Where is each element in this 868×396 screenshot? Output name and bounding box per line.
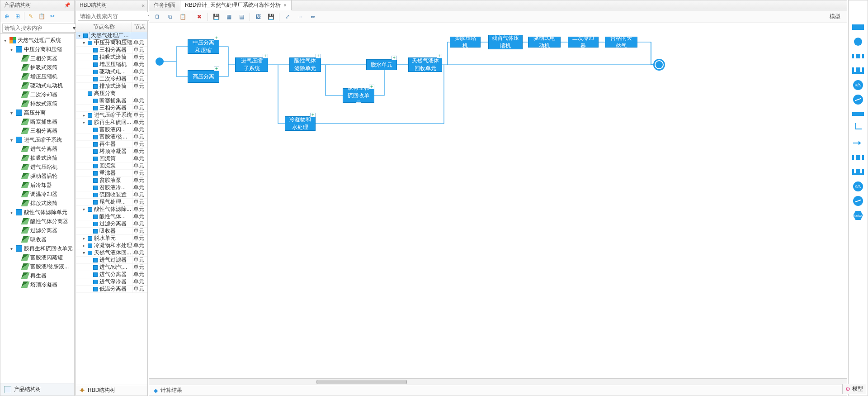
twisty-icon[interactable]: ▾ bbox=[81, 250, 86, 255]
table-row[interactable]: 排放式滚筒单元 bbox=[76, 83, 147, 90]
tree-row[interactable]: 抽吸式滚筒 bbox=[2, 63, 74, 72]
table-row[interactable]: ▾中压分离和压缩单元 bbox=[76, 39, 147, 47]
zoom-width-icon[interactable]: ↔ bbox=[296, 12, 305, 21]
tree-row[interactable]: 排放式滚筒 bbox=[2, 99, 74, 108]
table-row[interactable]: ▾天然气处理厂系... bbox=[76, 32, 147, 39]
pin-icon[interactable]: 📌 bbox=[64, 2, 71, 8]
table-row[interactable]: 富胺液/贫...单元 bbox=[76, 134, 147, 141]
table-row[interactable]: ▸冷凝物和水处理单元 bbox=[76, 242, 147, 249]
node-dehydration[interactable]: 脱水单元+ bbox=[366, 59, 397, 70]
table-row[interactable]: 再生器单元 bbox=[76, 141, 147, 148]
palette-footer[interactable]: ⚙ 模型 bbox=[842, 384, 866, 394]
node-qualified-gas[interactable]: 合格的天然气 bbox=[605, 37, 637, 48]
rbd-tree-body[interactable]: ▾天然气处理厂系...▾中压分离和压缩单元三相分离器单元抽吸式滚筒单元增压压缩机… bbox=[76, 32, 147, 385]
collapse-icon[interactable]: « bbox=[142, 2, 144, 9]
copy-icon[interactable]: ⧉ bbox=[165, 12, 175, 21]
palette-kn2[interactable]: K/N bbox=[852, 182, 864, 191]
layers-icon[interactable]: ▤ bbox=[237, 12, 246, 21]
expand-plus-icon[interactable]: + bbox=[392, 56, 397, 60]
table-row[interactable]: 进气过滤器单元 bbox=[76, 257, 147, 264]
tab-task-profile[interactable]: 任务剖面 bbox=[149, 0, 180, 10]
tree-row[interactable]: 驱动式电动机 bbox=[2, 81, 74, 90]
palette-series2[interactable] bbox=[852, 153, 864, 162]
table-row[interactable]: 低温分离器单元 bbox=[76, 286, 147, 293]
rbd-tree-footer[interactable]: ⯌ RBD结构树 bbox=[76, 385, 147, 396]
expand-plus-icon[interactable]: + bbox=[214, 36, 219, 40]
horizontal-scrollbar[interactable] bbox=[149, 378, 847, 385]
tab-rbd-design[interactable]: RBD设计_天然气处理厂系统可靠性分析 × bbox=[180, 0, 292, 10]
palette-parallel[interactable] bbox=[852, 67, 864, 75]
paste-icon[interactable]: 📋 bbox=[178, 12, 187, 21]
twisty-icon[interactable]: ▾ bbox=[9, 110, 14, 115]
node-expander[interactable]: 膨胀压缩机 bbox=[450, 37, 481, 48]
node-inlet-compress[interactable]: 进气压缩子系统+ bbox=[235, 57, 268, 72]
node-condensate-water[interactable]: 冷凝物和水处理+ bbox=[285, 116, 316, 131]
tree-row[interactable]: 再生器 bbox=[2, 271, 74, 280]
table-row[interactable]: 尾气处理...单元 bbox=[76, 199, 147, 206]
table-row[interactable]: 吸收器单元 bbox=[76, 228, 147, 235]
export-icon[interactable]: 💾 bbox=[266, 12, 275, 21]
tree-row[interactable]: 进气分离器 bbox=[2, 144, 74, 153]
tree-row[interactable]: ▾进气压缩子系统 bbox=[2, 135, 74, 144]
tree-row[interactable]: 进气压缩机 bbox=[2, 162, 74, 172]
twisty-icon[interactable]: ▸ bbox=[81, 236, 86, 241]
palette-series[interactable] bbox=[852, 52, 864, 60]
tree-row[interactable]: 后冷却器 bbox=[2, 181, 74, 190]
tree-row[interactable]: ▾酸性气体滤除单元 bbox=[2, 208, 74, 217]
tree-row[interactable]: 吸收器 bbox=[2, 235, 74, 244]
expand-plus-icon[interactable]: + bbox=[437, 54, 442, 58]
table-row[interactable]: 酸性气体...单元 bbox=[76, 213, 147, 220]
node-drive-motor[interactable]: 驱动式电动机 bbox=[528, 37, 561, 48]
node-amine-sulfur[interactable]: 胺再生和硫回收单元+ bbox=[343, 88, 374, 103]
palette-kn[interactable]: K/N bbox=[852, 81, 864, 89]
fit-icon[interactable]: ⤢ bbox=[283, 12, 292, 21]
tree-row[interactable]: 富胺液/贫胺液... bbox=[2, 262, 74, 271]
col-header-type[interactable]: 节点 bbox=[132, 22, 147, 32]
table-row[interactable]: 贫胺液泵单元 bbox=[76, 177, 147, 184]
col-header-name[interactable]: 节点名称 bbox=[76, 22, 132, 32]
table-row[interactable]: 贫胺液冷...单元 bbox=[76, 184, 147, 191]
node-ngl-recovery[interactable]: 天然气液体回收单元+ bbox=[408, 57, 442, 72]
tree-row[interactable]: ▾天然气处理厂系统 bbox=[2, 36, 74, 45]
twisty-icon[interactable]: ▾ bbox=[2, 38, 8, 43]
delete-icon[interactable]: ✖ bbox=[195, 12, 204, 21]
twisty-icon[interactable]: ▾ bbox=[9, 138, 14, 143]
table-row[interactable]: 过滤分离器单元 bbox=[76, 220, 147, 228]
table-row[interactable]: 三相分离器单元 bbox=[76, 105, 147, 112]
save-icon[interactable]: 💾 bbox=[212, 12, 221, 21]
expand-plus-icon[interactable]: + bbox=[316, 54, 321, 58]
twisty-icon[interactable]: ▾ bbox=[9, 210, 14, 215]
table-row[interactable]: 增压压缩机单元 bbox=[76, 61, 147, 68]
add-node-icon[interactable]: ⊕ bbox=[2, 12, 11, 21]
zoom-height-icon[interactable]: ⇔ bbox=[308, 12, 317, 21]
tree-row[interactable]: 抽吸式滚筒 bbox=[2, 153, 74, 162]
tree-row[interactable]: 断塞捕集器 bbox=[2, 117, 74, 126]
expand-plus-icon[interactable]: + bbox=[310, 113, 316, 117]
table-row[interactable]: 进气深冷器单元 bbox=[76, 278, 147, 286]
node-acid-gas-removal[interactable]: 酸性气体滤除单元+ bbox=[289, 57, 321, 72]
grid-icon[interactable]: ▦ bbox=[224, 12, 233, 21]
palette-connector-l[interactable] bbox=[852, 124, 864, 133]
tree-row[interactable]: ▾胺再生和硫回收单元 bbox=[2, 244, 74, 253]
tree-row[interactable]: 驱动器涡轮 bbox=[2, 172, 74, 181]
close-icon[interactable]: × bbox=[283, 2, 287, 9]
palette-markov[interactable]: Markov bbox=[852, 211, 864, 219]
diagram-canvas[interactable]: 中压分离和压缩+ 高压分离+ 进气压缩子系统+ 酸性气体滤除单元+ 胺再生和硫回… bbox=[149, 23, 847, 385]
twisty-icon[interactable]: ▾ bbox=[81, 40, 86, 45]
tree-row[interactable]: ▾高压分离 bbox=[2, 108, 74, 117]
tree-row[interactable]: 调温冷却器 bbox=[2, 190, 74, 199]
table-row[interactable]: 三相分离器单元 bbox=[76, 47, 147, 54]
scrollbar-thumb[interactable] bbox=[316, 380, 407, 384]
table-row[interactable]: 进气/残气...单元 bbox=[76, 264, 147, 271]
paste-icon[interactable]: 📋 bbox=[37, 12, 46, 21]
node-mp-sep-compress[interactable]: 中压分离和压缩+ bbox=[188, 39, 219, 54]
expand-plus-icon[interactable]: + bbox=[214, 67, 219, 71]
table-row[interactable]: 抽吸式滚筒单元 bbox=[76, 54, 147, 61]
table-row[interactable]: 硫回收装置单元 bbox=[76, 191, 147, 199]
tree-row[interactable]: 三相分离器 bbox=[2, 126, 74, 135]
table-row[interactable]: 二次冷却器单元 bbox=[76, 76, 147, 83]
tree-row[interactable]: 排放式滚筒 bbox=[2, 199, 74, 208]
search-input[interactable] bbox=[2, 24, 80, 33]
table-row[interactable]: ▾胺再生和硫回...单元 bbox=[76, 119, 147, 126]
add-child-icon[interactable]: ⊞ bbox=[13, 12, 22, 21]
